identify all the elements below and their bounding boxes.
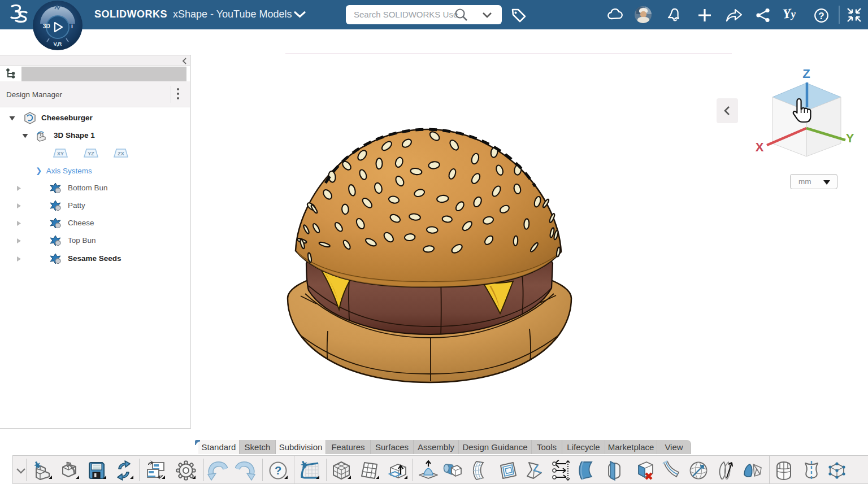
svg-text:Z: Z [802, 67, 810, 81]
svg-text:ZX: ZX [118, 151, 124, 156]
svg-text:i: i [71, 23, 73, 29]
svg-text:3D: 3D [43, 23, 50, 29]
svg-text:Y: Y [846, 131, 854, 145]
svg-text:V,R: V,R [54, 41, 62, 47]
svg-text:XY: XY [57, 151, 64, 156]
svg-text:X: X [756, 140, 764, 154]
svg-text:YZ: YZ [88, 151, 94, 156]
svg-text:?: ? [818, 11, 824, 21]
svg-text:?: ? [275, 464, 281, 477]
